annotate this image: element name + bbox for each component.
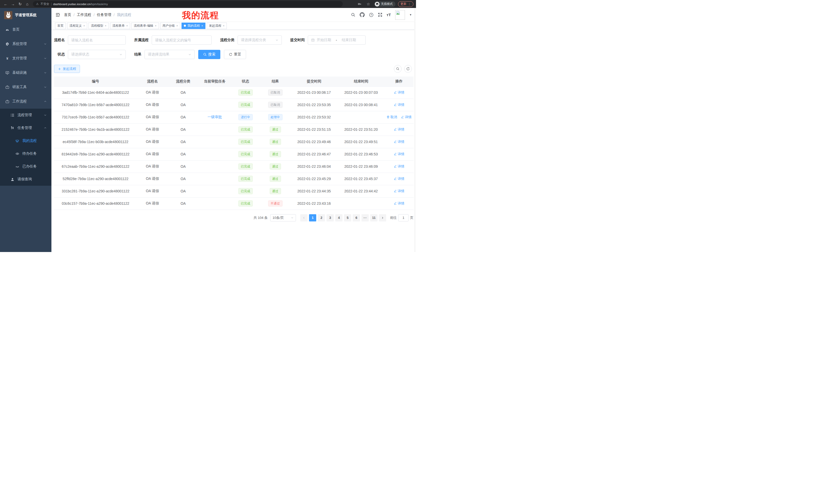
detail-button[interactable]: 详情 — [394, 164, 405, 169]
sidebar-item-已办任务[interactable]: 已办任务 — [0, 160, 51, 173]
sidebar-item-label: 系统管理 — [12, 41, 27, 46]
tab-用户分组[interactable]: 用户分组 × — [160, 23, 180, 29]
create-process-button[interactable]: 发起流程 — [54, 65, 80, 73]
sidebar-item-label: 基础设施 — [12, 71, 27, 75]
breadcrumb-item[interactable]: 任务管理 — [97, 12, 111, 17]
sidebar-item-首页[interactable]: 首页 — [0, 22, 51, 37]
page-button-11[interactable]: 11 — [370, 214, 378, 221]
fullscreen-icon[interactable] — [378, 12, 382, 17]
task-link[interactable]: 一级审批 — [207, 115, 222, 119]
close-icon[interactable]: × — [155, 24, 156, 27]
github-icon[interactable] — [360, 12, 365, 17]
sidebar-item-待办任务[interactable]: 待办任务 — [0, 147, 51, 160]
font-size-icon[interactable]: тT — [387, 13, 391, 17]
scrollbar[interactable] — [414, 8, 416, 252]
tab-首页[interactable]: 首页 — [55, 23, 66, 29]
chevron-down-icon[interactable]: ▼ — [409, 13, 412, 16]
process-name-input[interactable] — [68, 35, 126, 45]
toggle-search-button[interactable] — [394, 65, 401, 73]
sidebar-item-研发工具[interactable]: 研发工具 — [0, 80, 51, 94]
forward-icon[interactable]: → — [10, 1, 16, 7]
chevron-up-icon — [44, 127, 47, 130]
detail-button[interactable]: 详情 — [394, 139, 405, 144]
update-button[interactable]: 更新 ⋮ — [398, 1, 414, 7]
close-icon[interactable]: × — [176, 24, 178, 27]
prev-page-button[interactable] — [300, 214, 308, 221]
category-select[interactable]: 请选择流程分类 — [238, 35, 282, 45]
detail-button[interactable]: 详情 — [394, 189, 405, 193]
cell-status: 已完成 — [231, 99, 260, 111]
cell-submit-time: 2022-01-22 23:53:35 — [290, 99, 338, 111]
submit-time-range-picker[interactable]: 开始日期 - 结束日期 — [308, 35, 366, 45]
filter-status-label: 状态 — [58, 52, 65, 57]
close-icon[interactable]: × — [201, 24, 203, 27]
refresh-table-button[interactable] — [404, 65, 412, 73]
sidebar-item-任务管理[interactable]: 任务管理 — [0, 121, 51, 134]
status-select[interactable]: 请选择状态 — [68, 50, 126, 59]
status-badge: 已完成 — [238, 176, 253, 182]
page-button-5[interactable]: 5 — [344, 214, 351, 221]
tab-流程模型[interactable]: 流程模型 × — [88, 23, 108, 29]
search-icon[interactable] — [351, 12, 355, 17]
breadcrumb-item[interactable]: 工作流程 — [77, 12, 91, 17]
back-icon[interactable]: ← — [3, 1, 9, 7]
tab-流程表单-编辑[interactable]: 流程表单-编辑 × — [131, 23, 159, 29]
close-icon[interactable]: × — [83, 24, 85, 27]
sidebar-item-支付管理[interactable]: ¥ 支付管理 — [0, 51, 51, 65]
tab-流程表单[interactable]: 流程表单 × — [110, 23, 130, 29]
sidebar-item-基础设施[interactable]: 基础设施 — [0, 65, 51, 80]
page-size-select[interactable]: 10条/页 — [270, 214, 296, 221]
page-button-4[interactable]: 4 — [335, 214, 342, 221]
reload-icon[interactable]: ↻ — [17, 1, 23, 7]
result-select[interactable]: 请选择流结果 — [145, 50, 194, 59]
page-button-3[interactable]: 3 — [327, 214, 334, 221]
refresh-icon — [406, 67, 410, 71]
detail-button[interactable]: 详情 — [394, 201, 405, 206]
tab-流程定义[interactable]: 流程定义 × — [67, 23, 87, 29]
app-logo[interactable]: 芋道管理系统 — [0, 8, 51, 22]
page-button-6[interactable]: 6 — [353, 214, 360, 221]
browser-menu-icon[interactable]: ⋮ — [408, 2, 411, 6]
cell-result: 通过 — [260, 160, 290, 173]
reset-button[interactable]: 重置 — [224, 50, 246, 59]
help-icon[interactable]: ? — [369, 12, 373, 17]
process-definition-input[interactable] — [152, 35, 212, 45]
close-icon[interactable]: × — [223, 24, 225, 27]
close-icon[interactable]: × — [105, 24, 106, 27]
detail-button[interactable]: 详情 — [394, 176, 405, 181]
close-icon[interactable]: × — [126, 24, 128, 27]
avatar[interactable] — [395, 10, 405, 20]
page-button-2[interactable]: 2 — [318, 214, 325, 221]
collapse-sidebar-icon[interactable] — [55, 12, 60, 17]
detail-button[interactable]: 详情 — [394, 90, 405, 95]
detail-button[interactable]: 详情 — [394, 127, 405, 132]
sidebar-item-流程管理[interactable]: 流程管理 — [0, 109, 51, 121]
table-row: 3ad174fb-7b9d-11ec-8404-acde48001122 OA … — [54, 86, 413, 99]
edit-icon — [394, 189, 397, 193]
sidebar-item-系统管理[interactable]: 系统管理 — [0, 37, 51, 51]
key-icon[interactable] — [357, 1, 363, 7]
detail-button[interactable]: 详情 — [394, 152, 405, 157]
table-row: 52ffd28e-7b9a-11ec-a290-acde48001122 OA … — [54, 173, 413, 185]
tab-我的流程[interactable]: 我的流程 × — [182, 23, 205, 29]
warning-icon: ⚠ — [36, 3, 38, 6]
bookmark-star-icon[interactable]: ☆ — [365, 1, 371, 7]
goto-page-input[interactable] — [398, 214, 409, 221]
cell-category: OA — [168, 173, 199, 185]
cancel-button[interactable]: 取消 — [386, 115, 397, 119]
sidebar-item-请假查询[interactable]: 请假查询 — [0, 173, 51, 186]
detail-button[interactable]: 详情 — [394, 103, 405, 107]
sidebar-item-工作流程[interactable]: 工作流程 — [0, 94, 51, 109]
search-button[interactable]: 搜索 — [198, 50, 220, 59]
breadcrumb-item[interactable]: 首页 — [64, 12, 71, 17]
page-button-1[interactable]: 1 — [309, 214, 316, 221]
total-count: 共 104 条 — [254, 216, 268, 220]
more-pages-button[interactable]: ··· — [362, 214, 369, 221]
detail-button[interactable]: 详情 — [401, 115, 412, 119]
sidebar-item-我的流程[interactable]: 我的流程 — [0, 134, 51, 147]
home-icon[interactable]: ⌂ — [24, 1, 30, 7]
next-page-button[interactable] — [379, 214, 386, 221]
tab-发起流程[interactable]: 发起流程 × — [207, 23, 227, 29]
address-bar[interactable]: ⚠ 不安全 dashboard.yudao.iocoder.cn/bpm/tas… — [33, 1, 343, 7]
cell-submit-time: 2022-01-22 23:51:15 — [290, 123, 338, 136]
